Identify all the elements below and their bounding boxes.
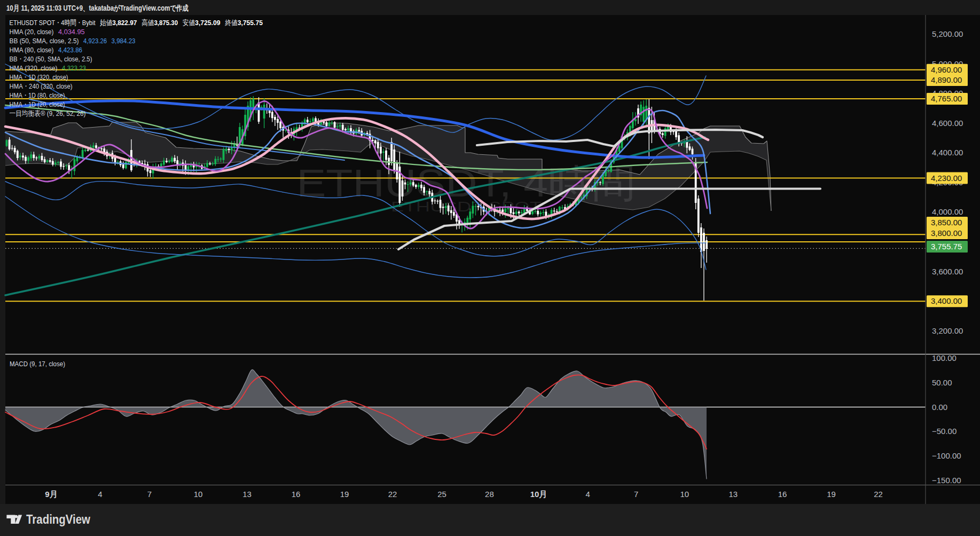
svg-text:4,923.26: 4,923.26 [83, 37, 107, 45]
svg-text:HMA (20, close): HMA (20, close) [10, 28, 54, 36]
svg-text:19: 19 [827, 490, 836, 499]
svg-text:50.00: 50.00 [932, 378, 952, 387]
svg-text:3,800.00: 3,800.00 [931, 228, 962, 238]
svg-text:4: 4 [586, 490, 590, 499]
svg-text:22: 22 [874, 490, 883, 499]
svg-text:13: 13 [728, 490, 738, 499]
svg-text:19: 19 [340, 490, 349, 499]
svg-text:5,200.00: 5,200.00 [932, 29, 963, 38]
svg-text:−100.00: −100.00 [932, 451, 961, 460]
svg-text:13: 13 [242, 490, 252, 499]
svg-text:HMA・1D (20, close): HMA・1D (20, close) [10, 100, 65, 108]
svg-text:0.00: 0.00 [932, 403, 947, 412]
svg-text:16: 16 [778, 490, 787, 499]
svg-text:4,423.86: 4,423.86 [58, 46, 82, 54]
svg-text:4,230.00: 4,230.00 [931, 174, 962, 183]
svg-text:3,755.75: 3,755.75 [238, 19, 263, 27]
svg-text:3,875.30: 3,875.30 [154, 19, 178, 27]
svg-text:10: 10 [194, 490, 203, 499]
svg-text:4,890.00: 4,890.00 [931, 75, 962, 84]
svg-text:HMA・1D (320, close): HMA・1D (320, close) [10, 73, 68, 81]
svg-text:BB (50, SMA, close, 2.5): BB (50, SMA, close, 2.5) [10, 37, 79, 45]
svg-text:10月 11, 2025 11:03 UTC+9、takat: 10月 11, 2025 11:03 UTC+9、takatabaがTradin… [6, 4, 189, 12]
svg-text:HMA・1D (80, close): HMA・1D (80, close) [10, 91, 65, 99]
svg-text:4,000.00: 4,000.00 [932, 207, 963, 216]
svg-text:3,755.75: 3,755.75 [931, 242, 962, 251]
svg-text:28: 28 [485, 490, 494, 499]
svg-text:4,400.00: 4,400.00 [932, 148, 963, 157]
svg-text:HMA・240 (320, close): HMA・240 (320, close) [10, 82, 73, 90]
svg-text:4: 4 [98, 490, 102, 499]
svg-text:HMA (320, close): HMA (320, close) [10, 64, 58, 72]
svg-text:安値: 安値 [183, 19, 195, 27]
svg-text:一目均衡表® (9, 26, 52, 26): 一目均衡表® (9, 26, 52, 26) [10, 109, 86, 117]
svg-text:4,600.00: 4,600.00 [932, 119, 963, 128]
svg-text:7: 7 [147, 490, 152, 499]
svg-text:25: 25 [437, 490, 446, 499]
svg-text:3,600.00: 3,600.00 [932, 267, 963, 276]
svg-text:3,850.00: 3,850.00 [931, 218, 962, 227]
svg-text:高値: 高値 [142, 19, 154, 27]
svg-text:3,200.00: 3,200.00 [932, 326, 963, 335]
svg-text:TradingView: TradingView [26, 513, 91, 526]
svg-text:4,960.00: 4,960.00 [931, 65, 962, 74]
svg-text:MACD (9, 17, close): MACD (9, 17, close) [10, 360, 65, 368]
svg-text:9月: 9月 [45, 490, 57, 499]
svg-text:4,765.00: 4,765.00 [931, 94, 962, 103]
svg-text:ETHUSDT SPOT・4時間・Bybit: ETHUSDT SPOT・4時間・Bybit [10, 19, 96, 27]
svg-text:始値: 始値 [100, 19, 112, 27]
svg-text:4,034.95: 4,034.95 [58, 28, 85, 36]
svg-text:10: 10 [680, 490, 689, 499]
svg-text:HMA (80, close): HMA (80, close) [10, 46, 54, 54]
svg-text:3,984.23: 3,984.23 [112, 37, 136, 45]
svg-text:10月: 10月 [530, 490, 547, 499]
svg-text:4,323.23: 4,323.23 [62, 64, 86, 72]
svg-text:22: 22 [388, 490, 397, 499]
svg-text:−150.00: −150.00 [932, 476, 961, 485]
svg-text:16: 16 [292, 490, 301, 499]
svg-text:終値: 終値 [225, 19, 238, 27]
svg-text:100.00: 100.00 [932, 353, 957, 362]
svg-text:3,822.97: 3,822.97 [112, 19, 137, 27]
svg-text:3,725.09: 3,725.09 [195, 19, 221, 27]
svg-text:BB・240 (50, SMA, close, 2.5): BB・240 (50, SMA, close, 2.5) [10, 55, 92, 63]
svg-text:7: 7 [634, 490, 638, 499]
svg-text:−50.00: −50.00 [932, 427, 957, 436]
svg-text:3,400.00: 3,400.00 [931, 296, 962, 305]
